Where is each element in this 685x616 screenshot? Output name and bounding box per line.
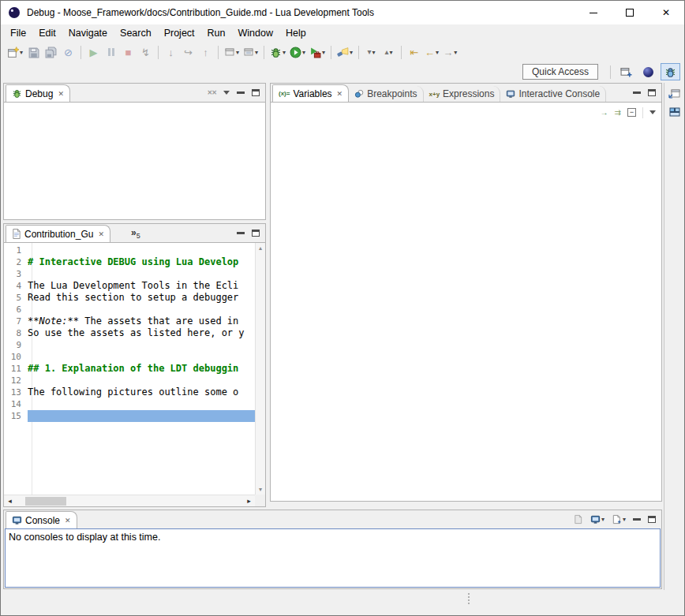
tab-breakpoints[interactable]: Breakpoints bbox=[349, 86, 423, 102]
variables-body[interactable]: → ⇉ − bbox=[271, 102, 661, 501]
editor-horizontal-scrollbar[interactable]: ◂ ▸ bbox=[4, 495, 255, 506]
quick-access-button[interactable]: Quick Access bbox=[522, 64, 598, 80]
forward-button[interactable]: → ▾ bbox=[441, 43, 459, 61]
minimize-view-button[interactable] bbox=[633, 518, 641, 521]
close-icon: ✕ bbox=[662, 7, 670, 18]
open-perspective-button[interactable] bbox=[616, 63, 636, 80]
display-console-button[interactable]: ▾ bbox=[590, 514, 605, 525]
step-over-button[interactable]: ↪ bbox=[180, 43, 197, 61]
editor-body[interactable]: 1 2# Interactive DEBUG using Lua Develop… bbox=[4, 242, 265, 506]
menu-navigate[interactable]: Navigate bbox=[62, 25, 114, 41]
collapse-all-button[interactable]: − bbox=[627, 108, 636, 117]
external-tools-button[interactable]: ▾ bbox=[308, 43, 327, 61]
new-wizard-button[interactable]: ▾ bbox=[6, 43, 24, 61]
forward-navigation-button[interactable]: ⇉ bbox=[615, 109, 621, 117]
window-close-button[interactable]: ✕ bbox=[648, 1, 684, 24]
scroll-down-arrow[interactable]: ▾ bbox=[259, 486, 262, 493]
editor-view-buttons bbox=[237, 230, 265, 237]
view-menu-button[interactable] bbox=[649, 110, 656, 114]
editor-vertical-scrollbar[interactable]: ▴ ▾ bbox=[255, 243, 265, 495]
debug-button[interactable]: ▾ bbox=[268, 43, 287, 61]
debug-view-body[interactable] bbox=[4, 102, 265, 219]
tab-debug[interactable]: Debug ✕ bbox=[6, 84, 70, 102]
console-body[interactable]: No consoles to display at this time. bbox=[5, 528, 661, 588]
window-minimize-button[interactable] bbox=[575, 1, 612, 24]
step-return-button[interactable]: ↑ bbox=[197, 43, 214, 61]
launch-shortcut-button-1[interactable]: ▾ bbox=[223, 43, 241, 61]
terminate-button[interactable]: ■ bbox=[120, 43, 137, 61]
next-annotation-button[interactable]: ▾ ▾ bbox=[363, 43, 380, 61]
window-maximize-button[interactable] bbox=[612, 1, 648, 24]
tab-variables[interactable]: (x)= Variables ✕ bbox=[272, 84, 349, 102]
maximize-view-button[interactable] bbox=[252, 230, 260, 237]
dropdown-arrow-icon: ▾ bbox=[350, 49, 353, 56]
previous-annotation-button[interactable]: ▴ ▾ bbox=[380, 43, 397, 61]
minimized-view-icon[interactable] bbox=[668, 106, 681, 118]
search-button[interactable]: ▾ bbox=[335, 43, 354, 61]
menu-project[interactable]: Project bbox=[158, 25, 201, 41]
minimize-view-button[interactable] bbox=[237, 232, 245, 234]
menu-window[interactable]: Window bbox=[232, 25, 279, 41]
editor-line: 4The Lua Development Tools in the Ecli bbox=[4, 280, 255, 292]
line-text bbox=[28, 375, 255, 386]
restore-view-icon[interactable] bbox=[668, 88, 681, 99]
tab-interactive-console[interactable]: Interactive Console bbox=[500, 86, 606, 102]
scrollbar-thumb[interactable] bbox=[25, 497, 66, 506]
scrollbar-track[interactable] bbox=[16, 495, 243, 506]
minimize-view-button[interactable] bbox=[237, 91, 245, 94]
ldt-perspective-button[interactable] bbox=[638, 63, 658, 80]
menu-file[interactable]: File bbox=[4, 25, 32, 41]
code-area[interactable]: 1 2# Interactive DEBUG using Lua Develop… bbox=[4, 245, 255, 422]
tab-close-icon[interactable]: ✕ bbox=[65, 517, 71, 525]
view-menu-button[interactable] bbox=[223, 91, 230, 95]
scroll-right-arrow[interactable]: ▸ bbox=[243, 497, 255, 505]
dropdown-arrow-icon: ▾ bbox=[322, 49, 325, 56]
remove-terminated-button[interactable]: ✕✕ bbox=[208, 89, 216, 96]
line-number: 13 bbox=[4, 387, 28, 398]
editor-line: 9 bbox=[4, 339, 255, 351]
suspend-button[interactable] bbox=[103, 43, 119, 61]
variables-toolbar: → ⇉ − bbox=[271, 103, 661, 122]
tab-contribution-guide[interactable]: Contribution_Gu ✕ bbox=[6, 225, 110, 242]
dropdown-arrow-icon: ▾ bbox=[390, 49, 393, 56]
tab-close-icon[interactable]: ✕ bbox=[337, 90, 343, 98]
open-console-page-icon[interactable] bbox=[573, 514, 583, 525]
maximize-view-button[interactable] bbox=[648, 89, 656, 96]
maximize-view-button[interactable] bbox=[252, 89, 260, 96]
menu-edit[interactable]: Edit bbox=[32, 25, 62, 41]
last-edit-location-button[interactable]: ⇤ bbox=[406, 43, 422, 61]
emphasis-text: **Note:** bbox=[28, 315, 79, 327]
variables-view-stack: (x)= Variables ✕ Breakpoints x+y Express… bbox=[270, 83, 662, 502]
menu-run[interactable]: Run bbox=[201, 25, 232, 41]
toolbar-separator bbox=[401, 46, 402, 59]
tab-close-icon[interactable]: ✕ bbox=[98, 230, 104, 238]
search-flashlight-icon bbox=[337, 47, 349, 58]
menu-help[interactable]: Help bbox=[279, 25, 313, 41]
toolbar-separator bbox=[80, 46, 81, 59]
skip-breakpoints-button[interactable]: ⊘ bbox=[60, 43, 77, 61]
tab-expressions[interactable]: x+y Expressions bbox=[424, 86, 501, 102]
show-logical-structure-button[interactable]: → bbox=[601, 109, 608, 117]
run-button[interactable]: ▾ bbox=[288, 43, 307, 61]
minimize-view-button[interactable] bbox=[633, 91, 641, 94]
editor-more-tabs-button[interactable]: » 5 bbox=[131, 227, 140, 240]
save-button[interactable] bbox=[25, 43, 42, 61]
open-console-button[interactable]: ▾ bbox=[612, 514, 626, 525]
debug-perspective-button[interactable] bbox=[661, 63, 680, 80]
disconnect-button[interactable]: ↯ bbox=[137, 43, 154, 61]
tab-close-icon[interactable]: ✕ bbox=[58, 90, 64, 98]
launch-shortcut-button-2[interactable]: ▾ bbox=[241, 43, 260, 61]
tab-console[interactable]: Console ✕ bbox=[6, 511, 77, 528]
scroll-left-arrow[interactable]: ◂ bbox=[4, 497, 16, 505]
maximize-view-button[interactable] bbox=[648, 516, 656, 523]
step-into-button[interactable]: ↓ bbox=[163, 43, 179, 61]
back-button[interactable]: ← ▾ bbox=[423, 43, 440, 61]
tab-label: Contribution_Gu bbox=[24, 229, 93, 240]
save-all-icon bbox=[45, 47, 57, 58]
menu-search[interactable]: Search bbox=[114, 25, 158, 41]
resume-button[interactable]: ▶ bbox=[85, 43, 102, 61]
line-number: 12 bbox=[4, 375, 28, 386]
save-all-button[interactable] bbox=[43, 43, 59, 61]
scroll-up-arrow[interactable]: ▴ bbox=[259, 245, 262, 252]
splitter-grip[interactable] bbox=[468, 593, 470, 604]
